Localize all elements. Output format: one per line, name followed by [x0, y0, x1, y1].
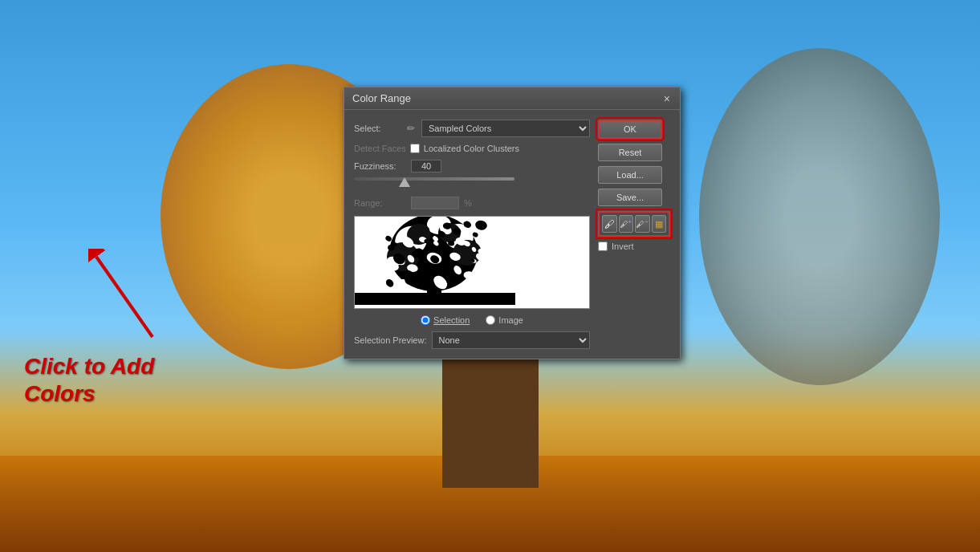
extra-tool-icon: ▦ — [655, 219, 663, 229]
dialog-body: Select: ✏ Sampled Colors Detect Faces Lo… — [344, 110, 680, 359]
range-percent: % — [464, 198, 472, 208]
save-button[interactable]: Save... — [598, 189, 662, 206]
selection-radio[interactable] — [421, 315, 430, 325]
reset-button[interactable]: Reset — [598, 144, 662, 161]
radio-row: Selection Image — [354, 315, 590, 325]
svg-line-1 — [96, 257, 152, 337]
image-radio[interactable] — [486, 315, 495, 325]
fuzziness-label: Fuzziness: — [354, 161, 406, 171]
selection-radio-label[interactable]: Selection — [421, 315, 470, 325]
ok-button[interactable]: OK — [598, 120, 662, 139]
dialog-right-panel: OK Reset Load... Save... 🖋 🖋+ 🖋− ▦ — [598, 120, 670, 349]
detect-faces-label: Detect Faces — [354, 144, 406, 153]
dialog-close-button[interactable]: × — [662, 93, 672, 104]
range-label: Range: — [354, 198, 406, 208]
fuzziness-input[interactable]: 40 — [411, 160, 441, 172]
dialog-titlebar: Color Range × — [344, 87, 680, 110]
arrow-annotation — [88, 249, 169, 353]
eyedropper-subtract-tool-button[interactable]: 🖋− — [635, 215, 650, 233]
load-button[interactable]: Load... — [598, 166, 662, 184]
eyedropper-select-icon: ✏ — [407, 123, 415, 134]
click-to-add-annotation: Click to Add Colors — [24, 353, 154, 407]
invert-label: Invert — [612, 242, 634, 251]
eyedropper-minus-icon: 🖋− — [636, 219, 648, 229]
fuzziness-row: Fuzziness: 40 — [354, 160, 590, 172]
fuzziness-slider-track[interactable] — [354, 177, 514, 190]
range-slider[interactable] — [411, 197, 459, 209]
fuzziness-slider-container — [354, 177, 590, 190]
color-range-dialog: Color Range × Select: ✏ Sampled Colors D… — [344, 87, 681, 359]
tools-row: 🖋 🖋+ 🖋− ▦ — [598, 211, 670, 237]
preview-canvas — [355, 217, 515, 305]
eyedropper-icon: 🖋 — [604, 218, 615, 230]
selection-preview-dropdown[interactable]: None — [432, 331, 591, 349]
select-label: Select: — [354, 124, 402, 133]
select-dropdown[interactable]: Sampled Colors — [421, 120, 590, 137]
fuzziness-slider-thumb[interactable] — [399, 177, 410, 187]
eyedropper-tool-button[interactable]: 🖋 — [602, 215, 617, 233]
preview-container — [354, 216, 590, 309]
image-radio-label[interactable]: Image — [486, 315, 523, 325]
selection-preview-label: Selection Preview: — [354, 335, 427, 345]
dialog-left-panel: Select: ✏ Sampled Colors Detect Faces Lo… — [354, 120, 590, 349]
selection-preview-row: Selection Preview: None — [354, 331, 590, 349]
invert-row: Invert — [598, 242, 670, 251]
detect-faces-row: Detect Faces Localized Color Clusters — [354, 144, 590, 153]
localized-label: Localized Color Clusters — [424, 144, 519, 153]
tree-foliage-right — [699, 48, 940, 385]
invert-checkbox[interactable] — [598, 242, 608, 251]
eyedropper-plus-icon: 🖋+ — [620, 219, 632, 229]
range-row: Range: % — [354, 197, 590, 209]
eyedropper-add-tool-button[interactable]: 🖋+ — [619, 215, 634, 233]
localized-checkbox[interactable] — [410, 144, 420, 153]
dialog-title: Color Range — [352, 92, 411, 104]
extra-tool-button[interactable]: ▦ — [652, 215, 667, 233]
select-row: Select: ✏ Sampled Colors — [354, 120, 590, 137]
